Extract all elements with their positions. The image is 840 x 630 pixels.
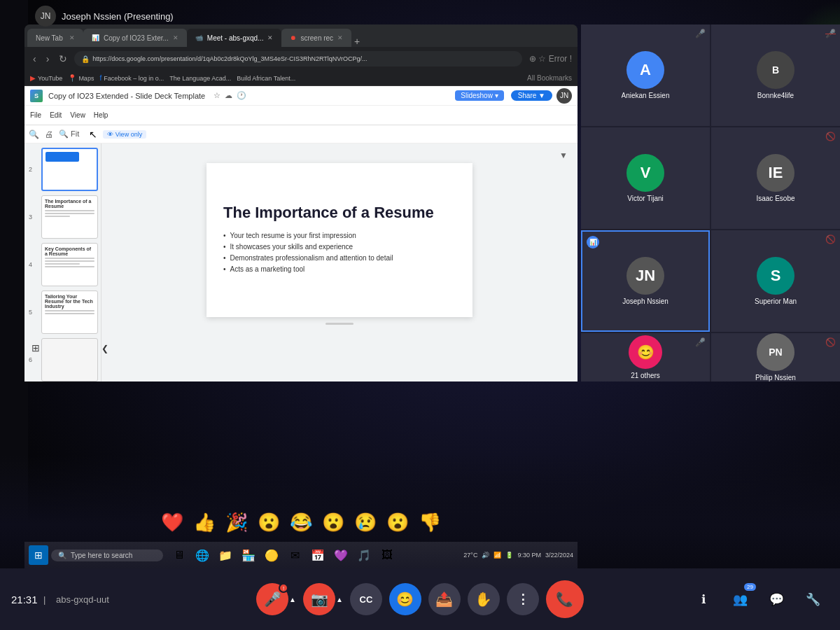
back-btn[interactable]: ‹ (30, 52, 39, 66)
slide-thumb-3[interactable]: The Importance of a Resume (41, 195, 98, 239)
mic-chevron-up[interactable]: ▲ (289, 596, 296, 603)
menu-file[interactable]: File (30, 111, 41, 119)
grid-view-btn[interactable]: ⊞ (31, 342, 40, 354)
taskbar-icon-desktop[interactable]: 🖥 (169, 545, 190, 566)
participant-tile-joseph[interactable]: 📊 JN Joseph Nssien (581, 230, 710, 332)
participant-tile-victor[interactable]: V Victor Tijani (581, 127, 710, 229)
emoji-uneasy[interactable]: 😮 (386, 512, 409, 533)
emoji-wow[interactable]: 😮 (258, 512, 280, 533)
name-others: 21 others (631, 372, 660, 379)
slide-thumb-2[interactable]: Introduction (41, 148, 98, 191)
ctrl-hand-btn[interactable]: ✋ (468, 583, 500, 615)
bookmark-maps[interactable]: 📍 Maps (68, 74, 94, 82)
activities-btn[interactable]: 🔧 (799, 586, 826, 612)
tab-close-meet[interactable]: ✕ (267, 34, 273, 41)
bookmark-build[interactable]: Build African Talent... (237, 75, 295, 82)
emoji-party[interactable]: 🎉 (225, 512, 248, 533)
slide-num-2: 2 (29, 166, 32, 173)
bookmarks-folder[interactable]: All Bookmarks (527, 74, 572, 82)
print-icon[interactable]: 🖨 (45, 130, 53, 139)
name-bonnke: Bonnke4life (757, 92, 794, 99)
ctrl-present-group: 📤 (428, 583, 461, 615)
taskbar-icon-store[interactable]: 🏪 (238, 545, 259, 566)
menu-help[interactable]: Help (94, 111, 108, 119)
slide-thumb-6[interactable] (41, 338, 98, 382)
emoji-thumbsup[interactable]: 👍 (193, 512, 216, 533)
ctrl-captions-btn[interactable]: CC (350, 583, 382, 615)
participant-tile-philip[interactable]: PN Philip Nssien 🚫 (711, 333, 840, 382)
info-icon: ℹ (701, 592, 706, 607)
share-button[interactable]: Share ▼ (511, 90, 552, 101)
slide-2-title: Introduction (46, 167, 94, 171)
fit-icon[interactable]: 🔍 Fit (59, 130, 79, 139)
ctrl-mic-btn[interactable]: 🎤 ! (256, 583, 288, 615)
collapse-panel-btn[interactable]: ▼ (559, 150, 568, 160)
windows-start-btn[interactable]: ⊞ (29, 545, 48, 565)
zoom-icon[interactable]: 🔍 (29, 130, 39, 139)
tab-screenrec[interactable]: ⏺ screen rec ✕ (281, 29, 351, 47)
ctrl-camera-btn[interactable]: 📷 (303, 583, 335, 615)
participant-tile-superior[interactable]: S Superior Man 🚫 (711, 230, 840, 332)
mic-superior: 🚫 (825, 234, 836, 244)
chat-btn[interactable]: 💬 (763, 586, 790, 612)
emoji-thumbsdown[interactable]: 👎 (419, 512, 441, 533)
tab-close-screenrec[interactable]: ✕ (337, 34, 343, 41)
mic-muted-badge: ! (279, 583, 288, 593)
ctrl-present-btn[interactable]: 📤 (428, 583, 461, 615)
taskbar-icon-calendar[interactable]: 📅 (307, 545, 328, 566)
ctrl-end-btn[interactable]: 📞 (546, 580, 584, 618)
taskbar-icon-mail[interactable]: ✉ (284, 545, 305, 566)
taskbar-icon-chrome[interactable]: 🟡 (261, 545, 282, 566)
bookmark-language[interactable]: The Language Acad... (169, 75, 231, 82)
taskbar-icon-music[interactable]: 🎵 (354, 545, 374, 566)
taskbar-icon-edge[interactable]: 🌐 (192, 545, 213, 566)
ctrl-emoji-btn[interactable]: 😊 (389, 583, 421, 615)
tab-close-slides[interactable]: ✕ (173, 34, 178, 41)
user-avatar-slides: JN (556, 88, 572, 104)
others-circle: 😊 (629, 335, 662, 369)
camera-chevron-up[interactable]: ▲ (336, 596, 343, 603)
address-bar[interactable]: 🔒 https://docs.google.com/presentation/d… (74, 51, 522, 66)
cursor-tool[interactable]: ↖ (89, 129, 97, 140)
taskbar-icon-photos[interactable]: 🖼 (377, 545, 398, 566)
new-tab-btn[interactable]: + (354, 36, 360, 47)
slide-num-3: 3 (29, 214, 32, 220)
tab-close-new-tab[interactable]: ✕ (69, 34, 75, 41)
slideshow-button[interactable]: Slideshow ▾ (455, 90, 503, 101)
participants-count-badge: 29 (744, 583, 756, 591)
bookmark-youtube[interactable]: ▶ YouTube (30, 74, 62, 82)
emoji-surprised[interactable]: 😮 (322, 512, 344, 533)
menu-view[interactable]: View (70, 111, 85, 119)
chat-icon: 💬 (769, 592, 784, 607)
emoji-heart[interactable]: ❤️ (161, 512, 183, 533)
slide-thumb-5[interactable]: Tailoring Your Resume for the Tech Indus… (41, 290, 98, 334)
forward-btn[interactable]: › (43, 52, 52, 66)
info-btn[interactable]: ℹ (690, 586, 717, 612)
taskbar-icon-files[interactable]: 📁 (215, 545, 236, 566)
tab-new-tab[interactable]: New Tab ✕ (27, 29, 83, 47)
slide-thumb-4[interactable]: Key Components of a Resume (41, 243, 98, 286)
menu-edit[interactable]: Edit (50, 111, 62, 119)
windows-search[interactable]: 🔍 Type here to search (51, 550, 163, 561)
participant-tile-aniekan[interactable]: A Aniekan Essien 🎤 (581, 24, 710, 126)
history-icon[interactable]: 🕐 (237, 91, 246, 100)
slide-thumb-container-5: 5 Tailoring Your Resume for the Tech Ind… (41, 290, 98, 334)
participant-tile-bonnke[interactable]: B Bonnke4life 🎤 (711, 24, 840, 126)
participant-tile-others[interactable]: 😊 21 others 🎤 (581, 333, 710, 382)
participants-btn[interactable]: 👥 29 (727, 586, 753, 612)
reload-btn[interactable]: ↻ (56, 52, 70, 66)
tab-slides[interactable]: 📊 Copy of IO23 Exter... ✕ (83, 29, 187, 47)
emoji-sad[interactable]: 😢 (354, 512, 377, 533)
emoji-laugh[interactable]: 😂 (290, 512, 312, 533)
presenter-name: Joseph Nssien (Presenting) (62, 11, 174, 22)
meet-bottom-controls: 21:31 | abs-gxqd-uut 🎤 ! ▲ 📷 ▲ CC 😊 (0, 568, 840, 630)
ctrl-more-btn[interactable]: ⋮ (507, 583, 539, 615)
taskbar-icon-teams[interactable]: 💜 (330, 545, 351, 566)
slides-doc-title[interactable]: Copy of IO23 Extended - Slide Deck Templ… (48, 92, 205, 100)
panel-toggle-btn[interactable]: ❮ (102, 344, 108, 354)
star-icon[interactable]: ☆ (214, 91, 220, 100)
participant-tile-isaac[interactable]: IE Isaac Esobe 🚫 (711, 127, 840, 229)
slides-title-bar: S Copy of IO23 Extended - Slide Deck Tem… (24, 86, 578, 106)
bookmark-facebook[interactable]: f Facebook – log in o... (99, 74, 164, 82)
tab-meet[interactable]: 📹 Meet - abs-gxqd... ✕ (187, 29, 282, 47)
